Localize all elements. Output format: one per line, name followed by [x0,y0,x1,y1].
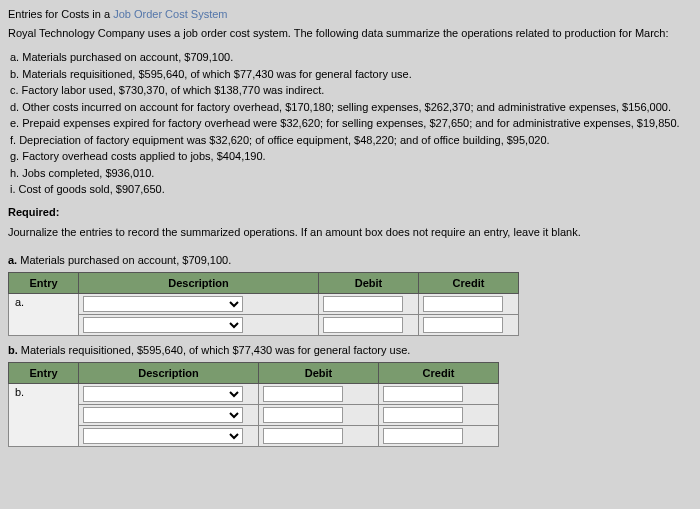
credit-input-b2[interactable] [383,407,463,423]
th-entry: Entry [9,362,79,383]
item-f: f. Depreciation of factory equipment was… [10,132,692,149]
credit-input-a1[interactable] [423,296,503,312]
credit-input-b3[interactable] [383,428,463,444]
table-row [9,404,499,425]
debit-input-a1[interactable] [323,296,403,312]
row-label-a: a. [9,293,79,335]
description-select-b1[interactable] [83,386,243,402]
description-select-a2[interactable] [83,317,243,333]
title-prefix: Entries for Costs in a [8,8,113,20]
section-b-letter: b. [8,344,18,356]
item-i: i. Cost of goods sold, $907,650. [10,181,692,198]
section-a-letter: a. [8,254,17,266]
table-row [9,314,519,335]
item-b: b. Materials requisitioned, $595,640, of… [10,66,692,83]
item-e: e. Prepaid expenses expired for factory … [10,115,692,132]
th-credit: Credit [379,362,499,383]
section-b-label: b. Materials requisitioned, $595,640, of… [8,344,692,356]
item-a: a. Materials purchased on account, $709,… [10,49,692,66]
table-row: a. [9,293,519,314]
description-select-b2[interactable] [83,407,243,423]
table-row: b. [9,383,499,404]
row-label-b: b. [9,383,79,446]
journal-table-b: Entry Description Debit Credit b. [8,362,499,447]
th-debit: Debit [259,362,379,383]
item-c: c. Factory labor used, $730,370, of whic… [10,82,692,99]
section-a-label: a. Materials purchased on account, $709,… [8,254,692,266]
item-g: g. Factory overhead costs applied to job… [10,148,692,165]
th-description: Description [79,272,319,293]
description-select-a1[interactable] [83,296,243,312]
credit-input-b1[interactable] [383,386,463,402]
intro-text: Royal Technology Company uses a job orde… [8,26,692,41]
title-highlight: Job Order Cost System [113,8,227,20]
required-label: Required: [8,206,692,218]
debit-input-b3[interactable] [263,428,343,444]
item-h: h. Jobs completed, $936,010. [10,165,692,182]
th-entry: Entry [9,272,79,293]
instructions-text: Journalize the entries to record the sum… [8,226,692,238]
th-credit: Credit [419,272,519,293]
debit-input-b1[interactable] [263,386,343,402]
data-list: a. Materials purchased on account, $709,… [8,49,692,198]
description-select-b3[interactable] [83,428,243,444]
debit-input-b2[interactable] [263,407,343,423]
section-b-text: Materials requisitioned, $595,640, of wh… [18,344,411,356]
credit-input-a2[interactable] [423,317,503,333]
section-a-text: Materials purchased on account, $709,100… [17,254,231,266]
th-description: Description [79,362,259,383]
debit-input-a2[interactable] [323,317,403,333]
th-debit: Debit [319,272,419,293]
journal-table-a: Entry Description Debit Credit a. [8,272,519,336]
table-row [9,425,499,446]
item-d: d. Other costs incurred on account for f… [10,99,692,116]
page-title: Entries for Costs in a Job Order Cost Sy… [8,8,692,20]
